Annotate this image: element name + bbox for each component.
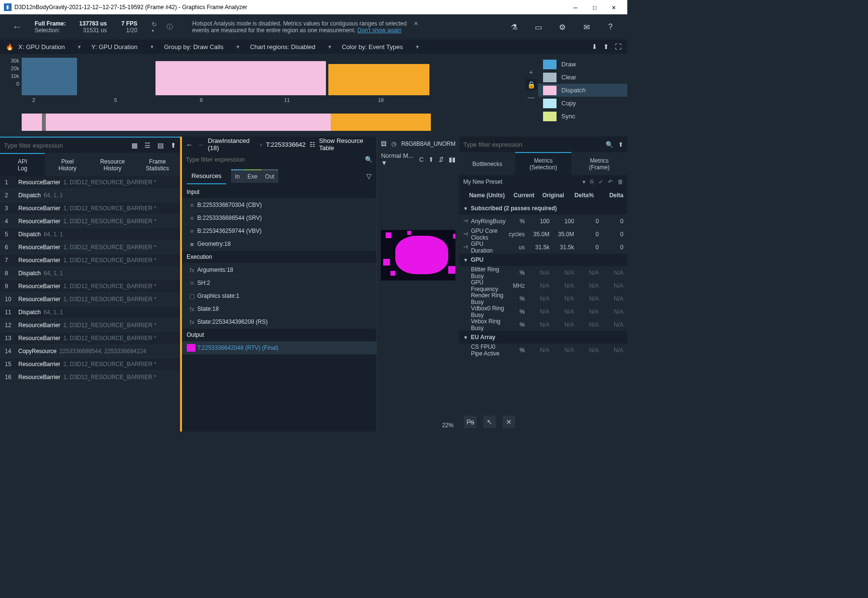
bar-draw[interactable]	[22, 58, 77, 95]
import-icon[interactable]: ⬇	[592, 43, 597, 51]
info-icon[interactable]: ⓘ	[167, 23, 173, 31]
list-icon[interactable]: ▤	[157, 141, 164, 149]
experiments-icon[interactable]: ⚗	[502, 17, 526, 37]
metric-row[interactable]: Render Ring Busy%N/AN/AN/AN/A	[459, 292, 627, 305]
api-row[interactable]: 13ResourceBarrier1, D3D12_RESOURCE_BARRI…	[0, 332, 180, 345]
metric-row[interactable]: GPU FrequencyMHzN/AN/AN/AN/A	[459, 279, 627, 292]
tab-pixel-history[interactable]: PixelHistory	[45, 153, 90, 176]
preset-select[interactable]: My New Preset	[463, 178, 502, 185]
zoom-in-icon[interactable]: +	[529, 68, 533, 76]
preset-delete-icon[interactable]: 🗑	[618, 178, 623, 185]
tab-resources[interactable]: Resources	[187, 168, 226, 184]
zoom-out-icon[interactable]: —	[528, 93, 534, 101]
hotspot-close-icon[interactable]: ✕	[414, 20, 418, 27]
refresh-caret-icon[interactable]: ▾	[152, 28, 157, 33]
image-icon[interactable]: 🖼	[381, 140, 387, 147]
legend-item[interactable]: Copy	[538, 97, 627, 110]
legend-item[interactable]: Dispatch	[538, 84, 627, 97]
api-row[interactable]: 11Dispatch64, 1, 1	[0, 306, 180, 319]
api-row[interactable]: 6ResourceBarrier1, D3D12_RESOURCE_BARRIE…	[0, 241, 180, 254]
metric-row[interactable]: ⊣GPU Durationus31.5k31.5k00	[459, 241, 627, 254]
bar-copy[interactable]	[328, 64, 429, 95]
settings-icon[interactable]: ⚙	[550, 17, 574, 37]
preset-caret-icon[interactable]: ▾	[583, 178, 585, 185]
overview-marker[interactable]	[42, 114, 46, 131]
resource-row[interactable]: ≡B:2253336686544 (SRV)	[182, 212, 377, 225]
api-row[interactable]: 7ResourceBarrier1, D3D12_RESOURCE_BARRIE…	[0, 254, 180, 267]
api-row[interactable]: 12ResourceBarrier1, D3D12_RESOURCE_BARRI…	[0, 319, 180, 332]
metric-row[interactable]: ⊣GPU Core Clockscycles35.0M35.0M00	[459, 228, 627, 241]
preset-undo-icon[interactable]: ↶	[608, 178, 613, 185]
hotspot-icon[interactable]: 🔥	[6, 43, 13, 51]
resource-row[interactable]: fxArguments:18	[182, 264, 377, 277]
tab-resource-history[interactable]: ResourceHistory	[90, 153, 135, 176]
metric-group-header[interactable]: ▼EU Array	[459, 331, 627, 344]
maximize-button[interactable]: ☐	[585, 3, 604, 11]
action-clear-icon[interactable]: ✕	[503, 416, 515, 428]
crumb-texture[interactable]: T:2253336642	[266, 141, 305, 148]
resource-row[interactable]: T:2253336642048 (RTV) (Final)	[182, 342, 377, 355]
resource-row[interactable]: ■Geometry:18	[182, 238, 377, 251]
metric-row[interactable]: Vdbox0 Ring Busy%N/AN/AN/AN/A	[459, 305, 627, 318]
legend-item[interactable]: Clear	[538, 71, 627, 84]
feedback-icon[interactable]: ✉	[574, 17, 598, 37]
metrics-tab[interactable]: Metrics(Selection)	[515, 152, 571, 175]
filter-exe[interactable]: Exe	[244, 169, 261, 183]
preset-copy-icon[interactable]: ⎘	[590, 178, 594, 185]
metric-row[interactable]: ⊣AnyRingBusy%10010000	[459, 215, 627, 228]
resource-row[interactable]: ⚛SH:2	[182, 277, 377, 290]
x-axis-select[interactable]: X: GPU Duration▼	[18, 43, 82, 51]
search-icon[interactable]: 🔍	[606, 141, 613, 148]
pin-icon[interactable]: ⊣	[463, 244, 471, 250]
resource-row[interactable]: ▢Graphics state:1	[182, 290, 377, 303]
color-by-select[interactable]: Color by: Event Types▼	[342, 43, 420, 51]
export-metrics-icon[interactable]: ⬆	[618, 141, 623, 148]
api-filter-input[interactable]	[4, 142, 131, 149]
legend-item[interactable]: Sync	[538, 110, 627, 123]
metric-row[interactable]: CS FPU0 Pipe Active%N/AN/AN/AN/A	[459, 344, 627, 356]
action-ps-icon[interactable]: Ps̶	[464, 416, 477, 428]
expand-icon[interactable]: ⛶	[615, 43, 622, 51]
tab-frame-statistics[interactable]: FrameStatistics	[135, 153, 180, 176]
crumb-draw[interactable]: DrawInstanced (18)	[208, 137, 256, 152]
metrics-tab[interactable]: Bottlenecks	[459, 152, 515, 175]
copy-icon[interactable]: C	[419, 156, 424, 163]
metric-row[interactable]: Blitter Ring Busy%N/AN/AN/AN/A	[459, 266, 627, 279]
bar-chart[interactable]	[22, 58, 524, 95]
hotspot-link[interactable]: Don't show again	[357, 27, 402, 34]
back-button[interactable]: ←	[5, 21, 30, 33]
api-row[interactable]: 15ResourceBarrier2, D3D12_RESOURCE_BARRI…	[0, 358, 180, 371]
layers-icon[interactable]: ☷	[310, 141, 315, 148]
resource-row[interactable]: fxState:2253434396208 (RS)	[182, 316, 377, 329]
close-button[interactable]: ✕	[604, 3, 623, 11]
crumb-back-icon[interactable]: ←	[186, 140, 193, 149]
metric-group-header[interactable]: ▼Subscribed (2 passes required)	[459, 202, 627, 215]
notes-icon[interactable]: ▭	[526, 17, 550, 37]
preset-check-icon[interactable]: ✓	[598, 178, 603, 185]
minimize-button[interactable]: —	[566, 3, 585, 11]
funnel-icon[interactable]: ▽	[366, 172, 372, 180]
api-row[interactable]: 9ResourceBarrier1, D3D12_RESOURCE_BARRIE…	[0, 280, 180, 293]
filter-out[interactable]: Out	[261, 169, 278, 183]
export-api-icon[interactable]: ⬆	[170, 141, 176, 149]
resource-row[interactable]: ≡B:2253436259744 (VBV)	[182, 225, 377, 238]
chart-regions-select[interactable]: Chart regions: Disabled▼	[250, 43, 332, 51]
search-icon[interactable]: 🔍	[365, 156, 373, 163]
api-row[interactable]: 5Dispatch64, 1, 1	[0, 228, 180, 241]
histogram-icon[interactable]: ▮▮	[449, 156, 455, 163]
export-icon[interactable]: ⬆	[603, 43, 609, 51]
resource-row[interactable]: fxState:18	[182, 303, 377, 316]
help-icon[interactable]: ?	[598, 17, 622, 37]
pin-icon[interactable]: ⊣	[463, 218, 471, 224]
action-arrow-icon[interactable]: ↖	[483, 416, 496, 428]
resource-filter-input[interactable]	[186, 156, 365, 163]
api-row[interactable]: 3ResourceBarrier1, D3D12_RESOURCE_BARRIE…	[0, 202, 180, 215]
tree-icon[interactable]: ☰	[144, 141, 151, 149]
api-row[interactable]: 10ResourceBarrier1, D3D12_RESOURCE_BARRI…	[0, 293, 180, 306]
api-row[interactable]: 16ResourceBarrier1, D3D12_RESOURCE_BARRI…	[0, 371, 180, 384]
y-axis-select[interactable]: Y: GPU Duration▼	[91, 43, 155, 51]
resource-row[interactable]: ≡B:2253336670304 (CBV)	[182, 199, 377, 212]
refresh-icon[interactable]: ↻	[152, 21, 157, 28]
clock-icon[interactable]: ◷	[391, 140, 396, 147]
metric-group-header[interactable]: ▼GPU	[459, 254, 627, 266]
